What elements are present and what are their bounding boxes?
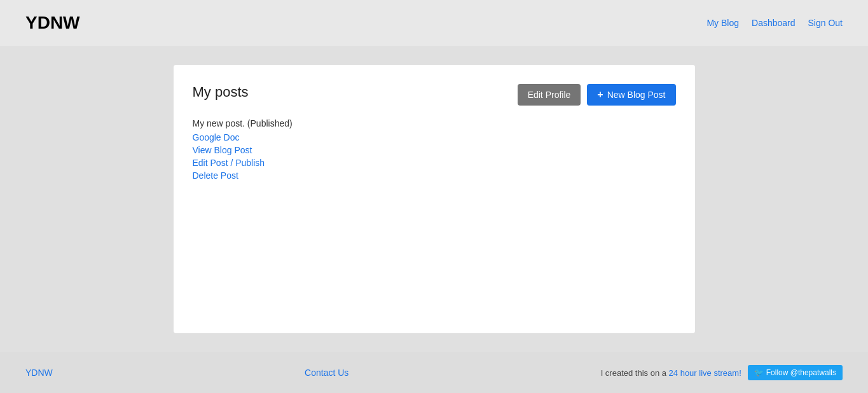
header: YDNW My Blog Dashboard Sign Out: [0, 0, 868, 46]
new-blog-post-label: New Blog Post: [607, 90, 666, 100]
footer-right: I created this on a 24 hour live stream!…: [601, 365, 843, 380]
view-blog-post-link[interactable]: View Blog Post: [193, 145, 676, 155]
post-entry: My new post. (Published) Google Doc View…: [193, 118, 676, 181]
logo: YDNW: [25, 13, 80, 33]
edit-post-publish-link[interactable]: Edit Post / Publish: [193, 158, 676, 168]
footer-livestream-link[interactable]: 24 hour live stream!: [669, 368, 741, 378]
delete-post-link[interactable]: Delete Post: [193, 170, 676, 181]
edit-profile-button[interactable]: Edit Profile: [518, 84, 581, 106]
footer-contact[interactable]: Contact Us: [305, 368, 348, 378]
nav-sign-out[interactable]: Sign Out: [808, 18, 843, 28]
card-actions: Edit Profile + New Blog Post: [518, 84, 676, 106]
google-doc-link[interactable]: Google Doc: [193, 132, 676, 142]
footer-logo[interactable]: YDNW: [25, 368, 53, 378]
nav-my-blog[interactable]: My Blog: [706, 18, 739, 28]
nav: My Blog Dashboard Sign Out: [706, 18, 843, 28]
card-header: My posts Edit Profile + New Blog Post: [193, 84, 676, 106]
main-content: My posts Edit Profile + New Blog Post My…: [0, 46, 868, 352]
twitter-bird-icon: 🐦: [754, 368, 764, 377]
card-title: My posts: [193, 84, 249, 100]
footer-created-text: I created this on a 24 hour live stream!: [601, 368, 741, 378]
new-blog-post-button[interactable]: + New Blog Post: [587, 84, 675, 106]
post-title: My new post. (Published): [193, 118, 676, 128]
nav-dashboard[interactable]: Dashboard: [752, 18, 796, 28]
footer-text-before: I created this on a: [601, 368, 669, 378]
twitter-follow-label: Follow @thepatwalls: [766, 368, 836, 377]
twitter-follow-button[interactable]: 🐦 Follow @thepatwalls: [748, 365, 843, 380]
posts-card: My posts Edit Profile + New Blog Post My…: [174, 65, 695, 333]
plus-icon: +: [597, 89, 603, 100]
footer: YDNW Contact Us I created this on a 24 h…: [0, 352, 868, 393]
